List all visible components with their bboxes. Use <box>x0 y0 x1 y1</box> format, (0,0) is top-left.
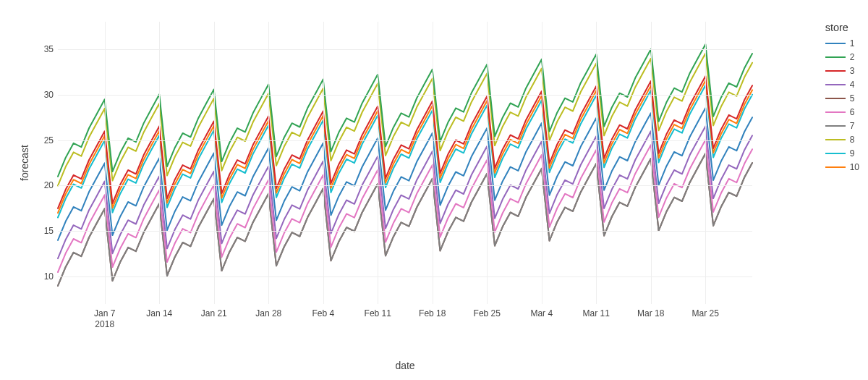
legend-item-store-7[interactable]: 7 <box>825 119 859 132</box>
y-gridline <box>58 231 752 232</box>
x-tick-label: Mar 11 <box>583 304 610 319</box>
y-gridline <box>58 185 752 186</box>
x-tick-label: Jan 14 <box>146 304 172 319</box>
y-gridline <box>58 140 752 141</box>
y-tick-label: 15 <box>44 226 58 236</box>
x-gridline <box>159 22 160 304</box>
y-tick-label: 20 <box>44 180 58 190</box>
x-axis-title: date <box>395 360 414 371</box>
legend-swatch <box>825 56 846 58</box>
x-tick-label: Feb 11 <box>365 304 391 319</box>
legend-swatch <box>825 153 846 154</box>
chart-container: forecast date 101520253035Jan 7 2018Jan … <box>0 0 868 380</box>
x-gridline <box>596 22 597 304</box>
x-gridline <box>433 22 433 304</box>
legend-label: 7 <box>850 121 855 131</box>
x-gridline <box>268 22 269 304</box>
y-tick-label: 10 <box>44 271 58 282</box>
legend-swatch <box>825 43 846 44</box>
x-tick-label: Feb 4 <box>312 304 334 319</box>
y-gridline <box>58 49 752 50</box>
legend-label: 5 <box>850 93 855 104</box>
y-tick-label: 30 <box>44 90 58 100</box>
x-tick-label: Feb 25 <box>474 304 501 319</box>
legend-swatch <box>825 166 846 168</box>
legend-label: 8 <box>850 135 855 145</box>
x-gridline <box>105 22 106 304</box>
line-layer <box>58 22 752 304</box>
x-tick-label: Mar 25 <box>692 304 719 319</box>
x-gridline <box>378 22 378 304</box>
legend-title: store <box>825 22 859 33</box>
y-tick-label: 25 <box>44 135 58 145</box>
legend-label: 1 <box>850 38 855 48</box>
plot-area[interactable]: 101520253035Jan 7 2018Jan 14Jan 21Jan 28… <box>58 22 752 304</box>
legend-item-store-4[interactable]: 4 <box>825 77 859 91</box>
legend-label: 9 <box>850 148 855 159</box>
legend-label: 2 <box>850 52 855 62</box>
x-tick-label: Mar 18 <box>637 304 664 319</box>
x-gridline <box>214 22 215 304</box>
x-tick-label: Jan 7 2018 <box>94 304 115 330</box>
legend-swatch <box>825 98 846 99</box>
y-axis-title: forecast <box>19 145 30 181</box>
legend-item-store-3[interactable]: 3 <box>825 64 859 77</box>
x-gridline <box>542 22 542 304</box>
legend-label: 4 <box>850 80 855 90</box>
legend-item-store-10[interactable]: 10 <box>825 160 859 174</box>
y-gridline <box>58 95 752 96</box>
legend-swatch <box>825 84 846 85</box>
x-tick-label: Jan 21 <box>201 304 227 319</box>
legend-swatch <box>825 125 846 127</box>
y-gridline <box>58 276 752 277</box>
legend-label: 3 <box>850 66 855 76</box>
x-gridline <box>705 22 706 304</box>
x-gridline <box>487 22 488 304</box>
legend-item-store-6[interactable]: 6 <box>825 105 859 119</box>
x-tick-label: Mar 4 <box>530 304 553 319</box>
legend-label: 6 <box>850 107 855 117</box>
legend: store 12345678910 <box>825 22 859 174</box>
legend-label: 10 <box>850 162 859 172</box>
legend-item-store-5[interactable]: 5 <box>825 91 859 105</box>
legend-swatch <box>825 70 846 72</box>
legend-swatch <box>825 139 846 140</box>
x-gridline <box>651 22 652 304</box>
x-tick-label: Jan 28 <box>255 304 281 319</box>
legend-item-store-9[interactable]: 9 <box>825 146 859 160</box>
legend-item-store-8[interactable]: 8 <box>825 132 859 146</box>
legend-item-store-1[interactable]: 1 <box>825 36 859 50</box>
y-tick-label: 35 <box>44 44 58 54</box>
legend-swatch <box>825 111 846 113</box>
legend-item-store-2[interactable]: 2 <box>825 50 859 64</box>
x-tick-label: Feb 18 <box>419 304 446 319</box>
x-gridline <box>323 22 324 304</box>
